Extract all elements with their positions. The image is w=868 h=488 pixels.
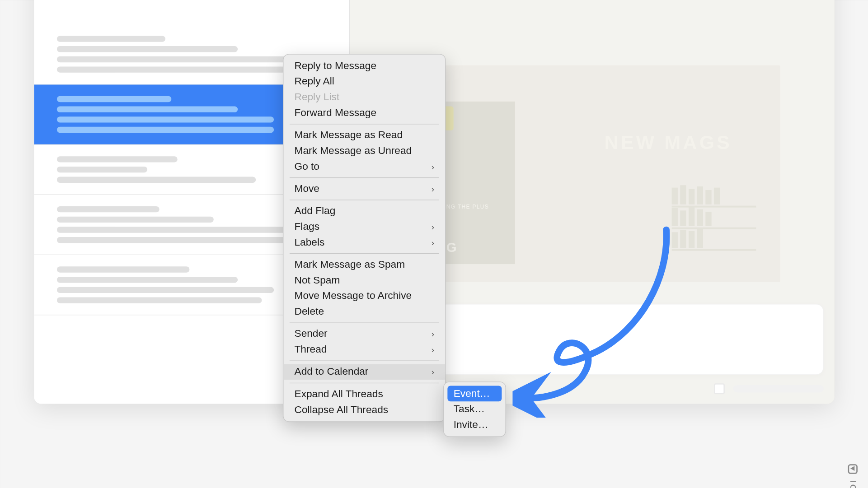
skeleton-line	[56, 46, 237, 52]
skeleton-line	[56, 166, 147, 172]
menu-item[interactable]: Sender›	[283, 326, 445, 342]
skeleton-line	[56, 216, 213, 222]
skeleton-line	[56, 36, 165, 42]
menu-item-label: Mark Message as Spam	[294, 259, 405, 271]
menu-separator	[289, 253, 439, 254]
menu-separator	[289, 360, 439, 361]
menu-item-label: Reply to Message	[294, 60, 376, 72]
context-menu[interactable]: Reply to MessageReply AllReply ListForwa…	[283, 54, 446, 422]
menu-item: Reply List	[283, 89, 445, 105]
skeleton-line	[56, 106, 237, 112]
menu-item[interactable]: Labels›	[283, 234, 445, 250]
menu-item[interactable]: Go to›	[283, 158, 445, 174]
menu-item-label: Reply All	[294, 75, 334, 88]
signature-label-placeholder	[733, 385, 823, 392]
menu-item[interactable]: Not Spam	[283, 272, 445, 288]
skeleton-line	[56, 227, 298, 232]
add-to-calendar-submenu[interactable]: Event…Task…Invite…	[443, 381, 506, 437]
menu-separator	[289, 177, 439, 177]
menu-item[interactable]: Forward Message	[283, 105, 445, 121]
menu-item[interactable]: Mark Message as Unread	[283, 143, 445, 158]
skeleton-line	[56, 177, 255, 182]
skeleton-line	[56, 237, 286, 242]
menu-item-label: Not Spam	[294, 274, 340, 286]
menu-separator	[289, 124, 439, 124]
menu-item[interactable]: Flags›	[283, 218, 445, 234]
skeleton-line	[56, 266, 189, 272]
skeleton-line	[56, 66, 286, 72]
menu-separator	[289, 200, 439, 200]
menu-item[interactable]: Thread›	[283, 342, 445, 358]
vivaldi-brand: VIVALDI	[848, 464, 857, 488]
menu-item-label: Labels	[294, 236, 324, 248]
chevron-right-icon: ›	[431, 344, 434, 354]
bookshelves	[671, 186, 756, 258]
vivaldi-logo-icon	[848, 464, 857, 473]
menu-item[interactable]: Add Flag	[283, 203, 445, 219]
menu-item[interactable]: Mark Message as Read	[283, 127, 445, 143]
menu-item[interactable]: Mark Message as Spam	[283, 257, 445, 273]
menu-item-label: Add to Calendar	[294, 366, 368, 378]
signature-checkbox[interactable]	[713, 383, 724, 394]
menu-item[interactable]: Collapse All Threads	[283, 402, 445, 418]
skeleton-line	[56, 287, 273, 293]
menu-item-label: Go to	[294, 160, 319, 172]
menu-item-label: Thread	[294, 344, 327, 356]
menu-item[interactable]: Expand All Threads	[283, 386, 445, 402]
menu-separator	[289, 322, 439, 323]
submenu-item[interactable]: Event…	[447, 386, 502, 401]
submenu-item[interactable]: Invite…	[447, 417, 502, 432]
menu-item-label: Move Message to Archive	[294, 290, 412, 302]
menu-item-label: Collapse All Threads	[294, 404, 388, 416]
menu-item[interactable]: Add to Calendar›	[283, 364, 445, 380]
menu-item-label: Flags	[294, 220, 319, 232]
menu-item-label: Expand All Threads	[294, 388, 383, 400]
skeleton-line	[56, 56, 310, 62]
hero-brand-overlay: NEW MAGS	[604, 131, 732, 153]
menu-item[interactable]: Reply All	[283, 74, 445, 89]
vivaldi-text: VIVALDI	[848, 478, 857, 488]
reply-textarea[interactable]	[408, 304, 823, 375]
stage: NEW MAGS YOU'RE INVITED - EVENT IN STORE…	[0, 0, 868, 488]
menu-item-label: Mark Message as Read	[294, 129, 402, 141]
chevron-right-icon: ›	[431, 222, 434, 231]
menu-item-label: Forward Message	[294, 107, 376, 119]
menu-item[interactable]: Reply to Message	[283, 58, 445, 74]
skeleton-line	[56, 156, 177, 162]
menu-item-label: Reply List	[294, 91, 339, 103]
skeleton-line	[56, 277, 237, 283]
chevron-right-icon: ›	[431, 329, 434, 339]
menu-item-label: Delete	[294, 306, 324, 318]
chevron-right-icon: ›	[431, 367, 434, 376]
hero-image: MAKING THE PLUS BIG NEW MAGS	[408, 65, 780, 282]
chevron-right-icon: ›	[431, 162, 434, 171]
submenu-item[interactable]: Task…	[447, 401, 502, 417]
menu-item-label: Mark Message as Unread	[294, 144, 412, 157]
skeleton-line	[56, 126, 273, 132]
menu-separator	[289, 382, 439, 383]
chevron-right-icon: ›	[431, 237, 434, 247]
menu-item[interactable]: Delete	[283, 304, 445, 320]
menu-item[interactable]: Move Message to Archive	[283, 288, 445, 304]
menu-item-label: Add Flag	[294, 205, 335, 217]
skeleton-line	[56, 297, 262, 303]
menu-item-label: Move	[294, 182, 319, 195]
chevron-right-icon: ›	[431, 184, 434, 193]
menu-item[interactable]: Move›	[283, 181, 445, 196]
menu-item-label: Sender	[294, 328, 327, 340]
skeleton-line	[56, 96, 171, 102]
skeleton-line	[56, 206, 159, 212]
skeleton-line	[56, 116, 273, 122]
